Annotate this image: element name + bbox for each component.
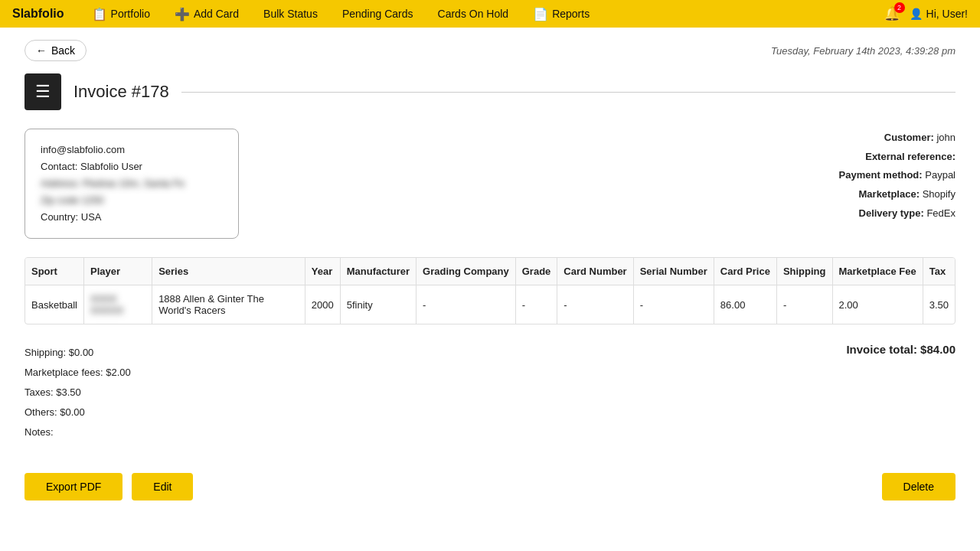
user-label: Hi, User! [926, 8, 968, 20]
nav-items: 📋 Portfolio ➕ Add Card Bulk Status Pendi… [80, 0, 884, 28]
cell-sport: Basketball [25, 285, 83, 324]
customer-name-label: Customer: [884, 132, 934, 143]
address-zip: Zip code 1250 [41, 192, 223, 209]
cell-player: XXXX XXXXX [83, 285, 152, 324]
notification-button[interactable]: 🔔 2 [884, 5, 900, 22]
navbar: Slabfolio 📋 Portfolio ➕ Add Card Bulk St… [0, 0, 980, 28]
col-series: Series [152, 258, 305, 285]
nav-bulk-status-label: Bulk Status [263, 8, 318, 20]
delivery-type-label: Delivery type: [859, 207, 924, 219]
nav-cards-on-hold-label: Cards On Hold [438, 8, 509, 20]
cell-card-number: - [557, 285, 633, 324]
back-label: Back [51, 44, 75, 57]
totals-left: Shipping: $0.00 Marketplace fees: $2.00 … [24, 343, 131, 442]
top-row: ← Back Tuesday, February 14th 2023, 4:39… [24, 40, 956, 61]
col-tax: Tax [923, 258, 955, 285]
totals-section: Shipping: $0.00 Marketplace fees: $2.00 … [24, 343, 956, 442]
external-ref-label: External reference: [865, 151, 956, 162]
nav-cards-on-hold[interactable]: Cards On Hold [426, 0, 521, 28]
brand-logo: Slabfolio [12, 7, 64, 21]
nav-right: 🔔 2 👤 Hi, User! [884, 5, 968, 22]
notes-label: Notes: [24, 422, 131, 442]
cell-grade: - [515, 285, 557, 324]
export-pdf-button[interactable]: Export PDF [24, 473, 122, 500]
add-card-icon: ➕ [175, 7, 190, 21]
invoice-title: Invoice #178 [74, 82, 169, 102]
customer-details: Customer: john External reference: Payme… [839, 129, 956, 239]
nav-pending-cards[interactable]: Pending Cards [330, 0, 426, 28]
nav-portfolio-label: Portfolio [111, 8, 150, 20]
invoice-icon: ☰ [24, 73, 61, 110]
user-icon: 👤 [910, 8, 923, 20]
col-manufacturer: Manufacturer [340, 258, 416, 285]
main-content: ← Back Tuesday, February 14th 2023, 4:39… [0, 28, 980, 513]
user-menu[interactable]: 👤 Hi, User! [910, 8, 968, 20]
col-card-price: Card Price [714, 258, 776, 285]
invoice-divider [181, 92, 956, 93]
address-country: Country: USA [41, 209, 223, 226]
edit-button[interactable]: Edit [132, 473, 193, 500]
marketplace-label: Marketplace: [859, 188, 920, 200]
nav-reports-label: Reports [552, 8, 590, 20]
table-header-row: Sport Player Series Year Manufacturer Gr… [25, 258, 955, 285]
col-year: Year [305, 258, 340, 285]
delete-button[interactable]: Delete [882, 473, 956, 500]
col-shipping: Shipping [776, 258, 832, 285]
col-marketplace-fee: Marketplace Fee [832, 258, 923, 285]
nav-bulk-status[interactable]: Bulk Status [251, 0, 330, 28]
cell-serial-number: - [633, 285, 714, 324]
nav-portfolio[interactable]: 📋 Portfolio [80, 0, 162, 28]
shipping-total: Shipping: $0.00 [24, 343, 131, 363]
marketplace-value: Shopify [923, 188, 956, 200]
table-row: BasketballXXXX XXXXX1888 Allen & Ginter … [25, 285, 955, 324]
back-arrow-icon: ← [36, 44, 47, 57]
info-section: info@slabfolio.com Contact: Slabfolio Us… [24, 129, 956, 239]
marketplace-fees-total: Marketplace fees: $2.00 [24, 363, 131, 383]
customer-name-row: Customer: john [839, 129, 956, 148]
cell-manufacturer: 5finity [340, 285, 416, 324]
nav-reports[interactable]: 📄 Reports [521, 0, 602, 28]
others-total: Others: $0.00 [24, 403, 131, 422]
address-email: info@slabfolio.com [41, 142, 223, 158]
invoice-total: Invoice total: $84.00 [846, 343, 956, 356]
delivery-type-value: FedEx [926, 207, 956, 219]
cell-marketplace-fee: 2.00 [832, 285, 923, 324]
payment-method-value: Paypal [925, 169, 956, 181]
cell-year: 2000 [305, 285, 340, 324]
col-serial-number: Serial Number [633, 258, 714, 285]
cell-tax: 3.50 [923, 285, 955, 324]
payment-method-row: Payment method: Paypal [839, 166, 956, 185]
cell-shipping: - [776, 285, 832, 324]
delivery-type-row: Delivery type: FedEx [839, 204, 956, 223]
portfolio-icon: 📋 [92, 7, 107, 21]
cell-grading-company: - [416, 285, 516, 324]
external-ref-row: External reference: [839, 148, 956, 167]
nav-add-card-label: Add Card [194, 8, 239, 20]
marketplace-row: Marketplace: Shopify [839, 185, 956, 204]
notification-badge: 2 [894, 2, 905, 13]
invoice-header: ☰ Invoice #178 [24, 73, 956, 110]
address-box: info@slabfolio.com Contact: Slabfolio Us… [24, 129, 239, 239]
taxes-total: Taxes: $3.50 [24, 383, 131, 403]
col-card-number: Card Number [557, 258, 633, 285]
cell-card-price: 86.00 [714, 285, 776, 324]
timestamp: Tuesday, February 14th 2023, 4:39:28 pm [771, 45, 956, 57]
back-button[interactable]: ← Back [24, 40, 87, 61]
col-grading-company: Grading Company [416, 258, 516, 285]
col-player: Player [83, 258, 152, 285]
nav-add-card[interactable]: ➕ Add Card [162, 0, 251, 28]
nav-pending-cards-label: Pending Cards [342, 8, 413, 20]
buttons-row: Export PDF Edit Delete [24, 473, 956, 500]
customer-name-value: john [936, 132, 956, 143]
invoice-table-wrapper: Sport Player Series Year Manufacturer Gr… [24, 257, 956, 324]
col-sport: Sport [25, 258, 83, 285]
address-contact: Contact: Slabfolio User [41, 158, 223, 175]
payment-method-label: Payment method: [839, 169, 923, 181]
address-line1: Address: Piedras 10m, Santa Fe [41, 175, 223, 192]
col-grade: Grade [515, 258, 557, 285]
invoice-table: Sport Player Series Year Manufacturer Gr… [25, 258, 955, 324]
cell-series: 1888 Allen & Ginter The World's Racers [152, 285, 305, 324]
reports-icon: 📄 [533, 7, 548, 21]
